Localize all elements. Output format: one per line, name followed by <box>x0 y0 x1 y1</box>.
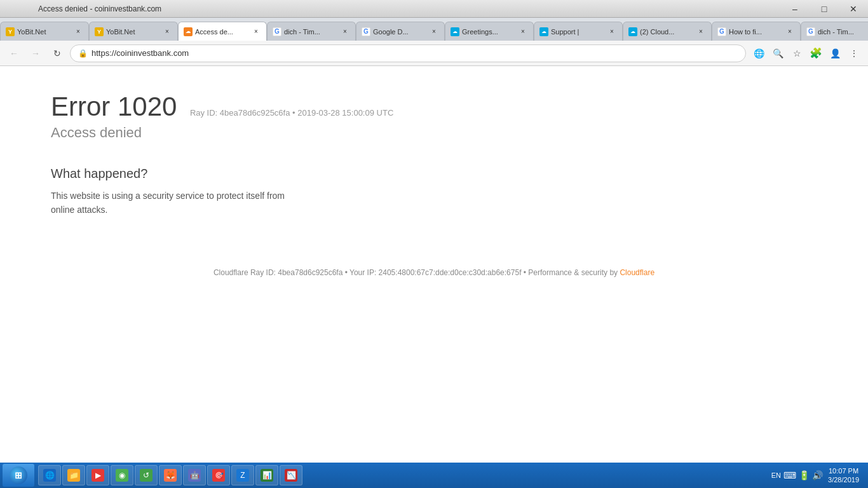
ray-id: Ray ID: 4bea78d6c925c6fa • 2019-03-28 15… <box>190 108 393 118</box>
tab-close-button[interactable]: × <box>429 27 439 37</box>
tab-close-button[interactable]: × <box>607 27 617 37</box>
browser-tab-tab2[interactable]: YYoBit.Net× <box>89 22 178 41</box>
browser-tab-tab7[interactable]: ☁Support |× <box>534 22 623 41</box>
tab-favicon: G <box>362 27 370 36</box>
browser-tab-tab5[interactable]: GGoogle D...× <box>356 22 445 41</box>
tab-favicon: G <box>273 27 281 36</box>
tab-close-button[interactable]: × <box>162 27 172 37</box>
tab-label: (2) Cloud... <box>640 28 693 36</box>
tab-favicon: ☁ <box>628 27 637 36</box>
tab-favicon: ☁ <box>451 27 459 36</box>
tab-favicon: G <box>806 27 815 36</box>
address-bar: ← → ↻ 🔒 https://coininvestbank.com 🌐 🔍 ☆… <box>0 41 868 66</box>
forward-button[interactable]: → <box>27 44 44 62</box>
maximize-button[interactable]: □ <box>810 0 839 17</box>
browser-tab-tab6[interactable]: ☁Greetings...× <box>445 22 534 41</box>
tab-label: dich - Tim... <box>284 28 337 36</box>
browser-tab-tab1[interactable]: YYoBit.Net× <box>0 22 89 41</box>
translate-icon[interactable]: 🌐 <box>750 44 768 62</box>
tab-favicon: ☁ <box>184 27 193 36</box>
window-controls: – □ ✕ <box>780 0 868 17</box>
tab-favicon: Y <box>6 27 15 36</box>
tab-label: Greetings... <box>462 28 515 36</box>
tab-label: YoBit.Net <box>106 28 159 36</box>
reload-button[interactable]: ↻ <box>48 44 66 62</box>
tab-close-button[interactable]: × <box>73 27 83 37</box>
tab-close-button[interactable]: × <box>251 27 261 37</box>
tab-label: dich - Tim... <box>818 28 868 36</box>
tab-close-button[interactable]: × <box>518 27 528 37</box>
minimize-button[interactable]: – <box>780 0 810 17</box>
window-title: Access denied - coininvestbank.com <box>0 4 161 13</box>
lock-icon: 🔒 <box>78 49 88 58</box>
browser-tab-tab10[interactable]: Gdich - Tim...× <box>801 22 868 41</box>
page-content: Error 1020 Ray ID: 4bea78d6c925c6fa • 20… <box>0 66 868 463</box>
tab-label: YoBit.Net <box>17 28 71 36</box>
close-button[interactable]: ✕ <box>839 0 868 17</box>
extension-icon[interactable]: 🧩 <box>807 44 825 62</box>
search-icon[interactable]: 🔍 <box>769 44 787 62</box>
tab-close-button[interactable]: × <box>340 27 350 37</box>
url-text: https://coininvestbank.com <box>92 48 738 58</box>
footer-info: Cloudflare Ray ID: 4bea78d6c925c6fa • Yo… <box>51 268 817 277</box>
tab-favicon: G <box>717 27 726 36</box>
url-bar[interactable]: 🔒 https://coininvestbank.com <box>70 44 746 62</box>
tab-close-button[interactable]: × <box>785 27 795 37</box>
toolbar-icons: 🌐 🔍 ☆ 🧩 👤 ⋮ <box>750 44 863 62</box>
cloudflare-link[interactable]: Cloudflare <box>620 268 654 277</box>
back-button[interactable]: ← <box>5 44 23 62</box>
menu-icon[interactable]: ⋮ <box>845 44 863 62</box>
tab-favicon: Y <box>95 27 104 36</box>
tab-close-button[interactable]: × <box>696 27 706 37</box>
error-code: Error 1020 <box>51 92 177 121</box>
tab-label: Support | <box>551 28 604 36</box>
browser-tab-tab8[interactable]: ☁(2) Cloud...× <box>623 22 712 41</box>
tab-label: Access de... <box>195 28 248 36</box>
what-happened-desc: This website is using a security service… <box>51 189 305 217</box>
tab-bar: YYoBit.Net×YYoBit.Net×☁Access de...×Gdic… <box>0 18 868 41</box>
tab-favicon: ☁ <box>539 27 548 36</box>
star-icon[interactable]: ☆ <box>788 44 806 62</box>
profile-icon[interactable]: 👤 <box>826 44 844 62</box>
window-titlebar: Access denied - coininvestbank.com – □ ✕ <box>0 0 868 18</box>
browser-tab-tab3[interactable]: ☁Access de...× <box>178 22 267 41</box>
tab-label: How to fi... <box>729 28 782 36</box>
what-happened-title: What happened? <box>51 166 817 181</box>
browser-tab-tab4[interactable]: Gdich - Tim...× <box>267 22 356 41</box>
footer-text: Cloudflare Ray ID: 4bea78d6c925c6fa • Yo… <box>214 268 618 277</box>
tab-label: Google D... <box>373 28 426 36</box>
error-subtitle: Access denied <box>51 125 817 141</box>
browser-tab-tab9[interactable]: GHow to fi...× <box>712 22 801 41</box>
